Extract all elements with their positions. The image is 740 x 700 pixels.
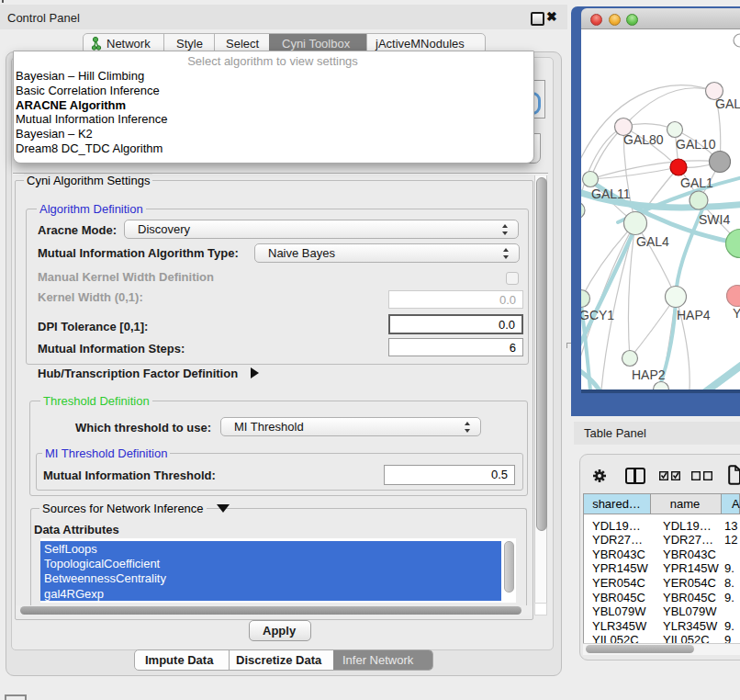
svg-text:GAL11: GAL11 bbox=[591, 186, 631, 201]
svg-text:GAL1: GAL1 bbox=[680, 175, 713, 190]
svg-text:GCY1: GCY1 bbox=[581, 308, 614, 322]
svg-text:HAP4: HAP4 bbox=[677, 308, 711, 322]
svg-text:GAL4: GAL4 bbox=[636, 234, 669, 249]
svg-text:GAL10: GAL10 bbox=[676, 137, 716, 152]
svg-text:SWI4: SWI4 bbox=[699, 212, 730, 227]
svg-text:HAP2: HAP2 bbox=[632, 367, 666, 382]
svg-text:Y: Y bbox=[733, 306, 740, 321]
svg-text:GAL80: GAL80 bbox=[623, 132, 664, 147]
svg-text:GAL: GAL bbox=[715, 96, 740, 111]
